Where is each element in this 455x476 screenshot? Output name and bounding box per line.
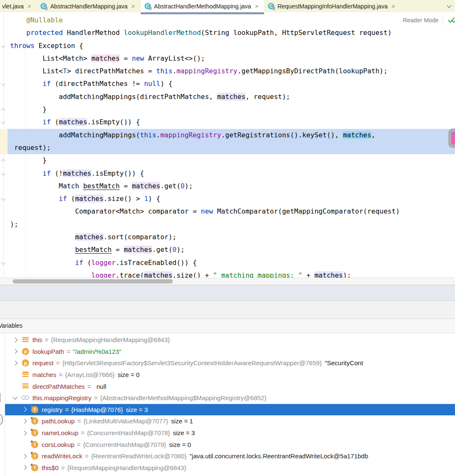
- variable-detail-value: size = 3: [126, 406, 148, 413]
- variables-tree[interactable]: this={RequestMappingHandlerMapping@6843}…: [0, 333, 455, 476]
- code-line[interactable]: bestMatch = matches.get(0);: [0, 243, 455, 256]
- chevron-right-icon[interactable]: [13, 361, 17, 365]
- chevron-right-icon[interactable]: [22, 419, 27, 423]
- variable-ref-value: {ArrayList@7666}: [65, 371, 115, 378]
- tab-vlet.java[interactable]: vlet.java×: [0, 0, 37, 12]
- reader-mode-widget: Reader Mode: [403, 16, 455, 25]
- tab-AbstractHandlerMapping.java[interactable]: CAbstractHandlerMapping.java×: [37, 0, 140, 12]
- panel-separator-strip: [0, 301, 455, 319]
- code-line[interactable]: matches.sort(comparator);: [0, 231, 455, 243]
- code-line[interactable]: if (directPathMatches != null) {: [0, 78, 455, 90]
- code-line[interactable]: addMatchingMappings(directPathMatches, m…: [0, 91, 455, 103]
- hidden-tabs-dropdown[interactable]: [443, 0, 455, 12]
- fold-collapse-icon[interactable]: [1, 43, 5, 48]
- chevron-right-icon[interactable]: [22, 454, 27, 458]
- inspections-ok-icon[interactable]: [447, 16, 455, 24]
- horizontal-scrollbar-thumb[interactable]: [13, 279, 173, 283]
- variable-name: readWriteLock: [42, 452, 82, 460]
- code-editor[interactable]: @Nullable protected HandlerMethod lookup…: [0, 12, 455, 285]
- field-icon: f: [31, 429, 38, 436]
- variable-row-corsLookup[interactable]: fcorsLookup={ConcurrentHashMap@7079}size…: [5, 439, 455, 450]
- equals-sign: =: [56, 359, 60, 366]
- code-line-highlighted[interactable]: addMatchingMappings(this.mappingRegistry…: [0, 129, 455, 142]
- fold-collapse-icon[interactable]: [1, 120, 5, 124]
- variable-row-lookupPath[interactable]: plookupPath="/admin/%0a123": [5, 346, 455, 358]
- floating-toolbar-partial[interactable]: [448, 128, 455, 148]
- variable-row-pathLookup[interactable]: fpathLookup={LinkedMultiValueMap@7077}si…: [5, 415, 455, 427]
- variable-name: corsLookup: [42, 441, 75, 448]
- code-line-highlighted[interactable]: request);: [0, 142, 455, 154]
- equals-sign: =: [67, 348, 70, 355]
- code-line[interactable]: protected HandlerMethod lookupHandlerMet…: [0, 27, 455, 39]
- field-icon: f: [31, 464, 38, 471]
- tab-RequestMappingInfoHandlerMapping.java[interactable]: CRequestMappingInfoHandlerMapping.java×: [264, 0, 401, 12]
- variable-name: lookupPath: [32, 348, 64, 355]
- chevron-down-icon[interactable]: [13, 395, 17, 400]
- java-class-icon: C: [145, 3, 151, 10]
- chevron-right-icon[interactable]: [22, 431, 27, 435]
- variable-row-readWriteLock[interactable]: freadWriteLock={ReentrantReadWriteLock@7…: [5, 450, 455, 462]
- tab-label: AbstractHandlerMethodMapping.java: [154, 3, 251, 10]
- fold-collapse-icon[interactable]: [1, 197, 5, 201]
- code-line[interactable]: Comparator<Match> comparator = new Match…: [0, 205, 455, 218]
- fold-collapse-icon[interactable]: [1, 260, 5, 265]
- breakpoint-marker: [451, 132, 455, 144]
- chevron-right-icon[interactable]: [13, 337, 17, 342]
- parameter-icon: p: [22, 359, 29, 366]
- code-line[interactable]: if (matches.size() > 1) {: [0, 193, 455, 205]
- equals-sign: =: [65, 406, 69, 413]
- tab-label: AbstractHandlerMapping.java: [50, 3, 128, 10]
- fold-end-icon[interactable]: [1, 159, 5, 163]
- close-icon[interactable]: ×: [27, 3, 31, 9]
- code-line[interactable]: }: [0, 103, 455, 116]
- code-line[interactable]: if (matches.isEmpty()) {: [0, 116, 455, 128]
- code-line[interactable]: List<T> directPathMatches = this.mapping…: [0, 65, 455, 78]
- divider: [443, 16, 443, 25]
- chevron-right-icon[interactable]: [22, 407, 27, 412]
- variable-row-nameLookup[interactable]: fnameLookup={ConcurrentHashMap@7078}size…: [5, 427, 455, 439]
- variable-detail-value: size = 1: [171, 417, 193, 425]
- java-class-icon: C: [268, 3, 275, 10]
- variable-detail-value: "SecurityCont: [325, 359, 363, 366]
- variable-name: registry: [42, 406, 62, 413]
- close-icon[interactable]: ×: [391, 3, 395, 9]
- reader-mode-button[interactable]: Reader Mode: [403, 17, 439, 24]
- code-line[interactable]: Match bestMatch = matches.get(0);: [0, 180, 455, 193]
- equals-sign: =: [45, 336, 48, 343]
- variable-row-registry[interactable]: fregistry={HashMap@7076}size = 3: [5, 404, 455, 416]
- code-line[interactable]: throws Exception {: [0, 40, 455, 52]
- code-line[interactable]: );: [0, 218, 455, 231]
- code-line[interactable]: if (!matches.isEmpty()) {: [0, 167, 455, 180]
- tab-label: vlet.java: [2, 3, 24, 10]
- variable-row-this.mappingRegistry[interactable]: this.mappingRegistry={AbstractHandlerMet…: [5, 392, 455, 404]
- close-icon[interactable]: ×: [255, 3, 259, 9]
- fold-collapse-icon[interactable]: [1, 171, 5, 175]
- panel-scrollbar-partial[interactable]: [0, 393, 1, 402]
- variable-row-this[interactable]: this={RequestMappingHandlerMapping@6843}: [5, 334, 455, 346]
- variable-row-this$0[interactable]: fthis$0={RequestMappingHandlerMapping@68…: [5, 462, 455, 474]
- chevron-spacer: [22, 442, 27, 447]
- variable-detail-value: null: [96, 383, 106, 390]
- tab-AbstractHandlerMethodMapping.java[interactable]: CAbstractHandlerMethodMapping.java×: [141, 0, 264, 12]
- code-line[interactable]: @Nullable: [0, 14, 455, 27]
- variable-ref-value: {ConcurrentHashMap@7078}: [87, 429, 170, 436]
- equals-sign: =: [94, 394, 98, 401]
- variable-ref-value: {HashMap@7076}: [71, 406, 123, 413]
- variable-string-value: "/admin/%0a123": [73, 348, 121, 355]
- horizontal-scrollbar[interactable]: [0, 278, 455, 285]
- chevron-right-icon[interactable]: [22, 465, 27, 470]
- variable-row-directPathMatches[interactable]: directPathMatches=null: [5, 380, 455, 392]
- variable-detail-value: size = 0: [118, 371, 139, 378]
- variable-row-request[interactable]: prequest={HttpServlet3RequestFactory$Ser…: [5, 357, 455, 369]
- code-line[interactable]: if (logger.isTraceEnabled()) {: [0, 257, 455, 269]
- panel-scrollbar-partial[interactable]: [0, 414, 3, 425]
- chevron-right-icon[interactable]: [13, 349, 17, 354]
- fold-collapse-icon[interactable]: [1, 82, 5, 86]
- variable-detail-value: size = 3: [173, 429, 195, 436]
- code-line[interactable]: List<Match> matches = new ArrayList<>();: [0, 52, 455, 65]
- field-icon: f: [31, 417, 38, 425]
- code-line[interactable]: }: [0, 154, 455, 167]
- variable-row-matches[interactable]: matches={ArrayList@7666}size = 0: [5, 369, 455, 381]
- fold-end-icon[interactable]: [1, 108, 5, 112]
- close-icon[interactable]: ×: [131, 3, 135, 9]
